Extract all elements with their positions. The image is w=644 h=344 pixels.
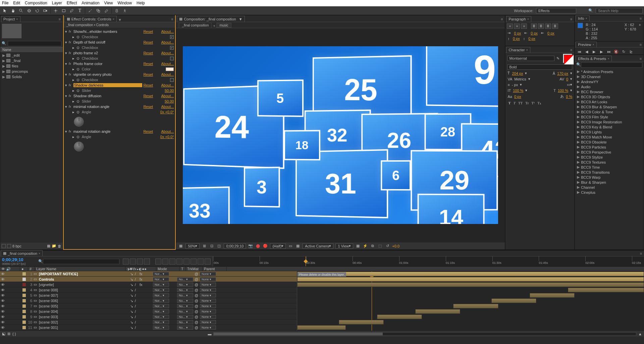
preset-category[interactable]: ▶AndrewYY [575,79,644,84]
visibility-icon[interactable]: 👁 [0,288,5,292]
tl-tool-icon[interactable] [123,259,129,265]
tl-tool-icon[interactable] [205,259,211,265]
disclosure-icon[interactable]: ▶ [577,120,580,124]
parent-dropdown[interactable]: None ▾ [200,314,224,319]
about-link[interactable]: About... [158,83,174,87]
parent-dropdown[interactable]: None ▾ [200,277,224,281]
disclosure-icon[interactable]: ▸ [72,89,74,93]
disclosure-icon[interactable]: ▶ [577,155,580,159]
prev-frame-icon[interactable]: ◀ [584,49,590,54]
comp-subtab-final[interactable]: _final composition [179,23,212,28]
disclosure-icon[interactable]: ▶ [577,105,580,109]
timeline-layer-row[interactable]: 👁10▭[scene 002]↘/Nor... ▾No... ▾@None ▾ [0,320,297,325]
layer-bar[interactable] [339,320,384,325]
disclosure-icon[interactable]: ▾ [65,40,68,45]
roi-icon[interactable]: ▭ [288,243,293,249]
layer-bar[interactable] [297,325,346,330]
bpc-icon[interactable] [7,244,11,248]
align-center-icon[interactable]: ≡ [514,23,520,29]
blend-mode[interactable]: Nor... ▾ [153,325,177,330]
preset-category[interactable]: ▶BCC9 Blur & Sharpen [575,104,644,109]
angle-value[interactable]: 0x +0.0° [160,110,174,114]
play-icon[interactable]: ▶ [591,49,597,54]
menu-composition[interactable]: Composition [25,1,47,5]
tl-tool-icon[interactable] [130,259,136,265]
disclosure-icon[interactable]: ▸ [72,67,74,71]
effects-search-input[interactable] [581,62,642,68]
disclosure-icon[interactable]: ▸ [72,35,74,39]
comp-subtab-music[interactable]: music [216,23,231,28]
roto-tool-icon[interactable] [113,7,120,14]
label-color[interactable] [22,294,26,297]
ram-preview-icon[interactable]: ⊵ [628,49,634,54]
bpc-label[interactable]: 8 bpc [12,244,21,248]
visibility-icon[interactable]: 👁 [0,315,5,319]
disclosure-icon[interactable]: ▶ [577,100,580,104]
about-link[interactable]: About... [158,30,174,34]
menu-view[interactable]: View [104,1,113,5]
effect-name[interactable]: Depth of field on/off [73,40,143,44]
disclosure-icon[interactable]: ▶ [577,170,580,174]
disclosure-icon[interactable]: ▶ [2,59,5,63]
mute-icon[interactable]: 🔇 [613,49,619,54]
justify-right-icon[interactable]: ≣ [545,23,551,29]
info-tab[interactable]: Info× [576,15,590,21]
track-matte[interactable]: No... ▾ [177,309,195,313]
pen-tool-icon[interactable] [68,7,75,14]
label-color[interactable] [22,321,26,324]
layer-bar[interactable] [297,277,644,282]
layer-name-column[interactable]: Layer Name [35,267,125,271]
parent-pick-icon[interactable]: @ [195,288,200,292]
disclosure-icon[interactable]: ▸ [72,78,74,82]
character-tab[interactable]: Character× [506,47,530,53]
panel-menu-icon[interactable]: ≡ [568,17,574,22]
slider-value[interactable]: 50.00 [165,99,174,103]
first-frame-icon[interactable]: ⏮ [576,49,582,54]
slider-value[interactable]: 50.00 [165,89,174,93]
reset-link[interactable]: Reset [143,129,157,133]
disclosure-icon[interactable]: ▶ [577,180,580,184]
toggle-switches-icon[interactable]: ⬕ [2,332,5,336]
last-frame-icon[interactable]: ⏭ [606,49,612,54]
timeline-layer-row[interactable]: 👁11▭[scene 001]↘/Nor... ▾No... ▾@None ▾ [0,325,297,330]
vscale-value[interactable]: 100 % [513,89,523,93]
reset-link[interactable]: Reset [143,51,157,55]
about-link[interactable]: About... [158,129,174,133]
preset-category[interactable]: ▶Channel [575,185,644,190]
effect-controls-tab[interactable]: ▦ Effect Controls: Controls× [64,16,117,22]
allcaps-toggle[interactable]: TT [518,101,523,105]
composition-viewer[interactable]: 92524322628432931183614335 [176,28,505,242]
tl-tool-icon[interactable] [144,259,150,265]
layer-bar[interactable] [297,282,644,287]
parent-pick-icon[interactable]: @ [195,315,200,319]
layer-bar[interactable] [530,293,575,298]
toggle-modes-icon[interactable]: ⊞ [7,332,10,336]
reset-link[interactable]: Reset [143,105,157,109]
disclosure-icon[interactable]: ▶ [577,95,580,99]
reset-link[interactable]: Reset [143,40,157,44]
project-folder[interactable]: ▶_final [0,58,63,63]
preset-category[interactable]: ▶BCC9 Key & Blend [575,124,644,129]
layer-name[interactable]: [vignette] [38,283,129,287]
bold-toggle[interactable]: T [508,101,511,105]
visibility-icon[interactable]: 👁 [0,326,5,330]
blend-mode[interactable]: Nor... ▾ [153,293,177,297]
zoom-in-icon[interactable]: ▲ [638,332,642,336]
track-matte[interactable]: No... ▾ [177,277,195,281]
disclosure-icon[interactable]: ▾ [65,72,68,77]
disclosure-icon[interactable]: ▶ [577,115,580,119]
timeline-layer-row[interactable]: 👁4▭[scene 008]↘/Nor... ▾No... ▾@None ▾ [0,287,297,293]
composition-tab[interactable]: ▦ Composition: _final composition▼ [177,16,245,22]
current-time[interactable]: 0;00;29;10 [224,243,246,249]
checkbox[interactable] [170,78,174,82]
smallcaps-toggle[interactable]: Tr [525,101,529,105]
space-after-value[interactable]: 0 px [528,37,535,41]
reset-link[interactable]: Reset [143,30,157,34]
parent-pick-icon[interactable]: @ [195,304,200,308]
panel-menu-icon[interactable]: ≡ [638,57,644,61]
disclosure-icon[interactable]: ▶ [577,145,580,149]
hand-tool-icon[interactable] [9,7,17,14]
panel-menu-icon[interactable]: ≡ [499,17,505,22]
panel-menu-icon[interactable]: ≡ [568,48,574,53]
layer-bar[interactable] [415,309,460,314]
